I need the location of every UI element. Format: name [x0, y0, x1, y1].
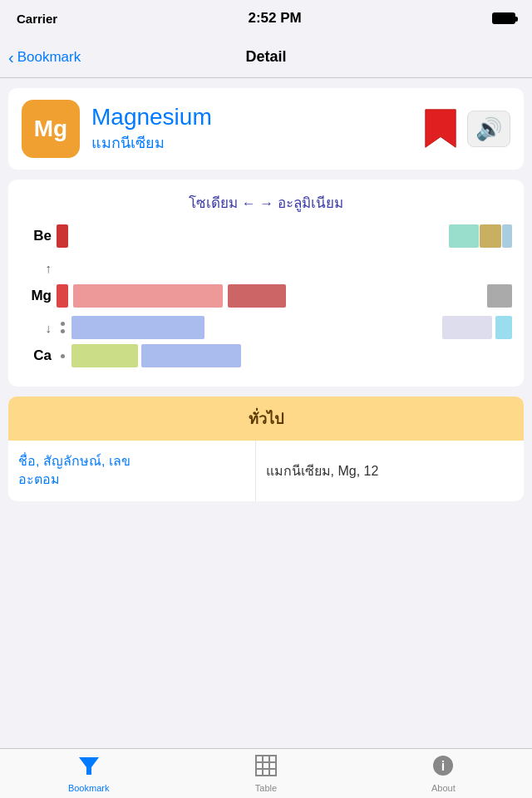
- status-bar: Carrier 2:52 PM: [0, 0, 532, 37]
- info-label-name: ชื่อ, สัญลักษณ์, เลขอะตอม: [8, 441, 256, 501]
- element-name-english: Magnesium: [91, 104, 212, 131]
- bookmark-tab-label: Bookmark: [68, 783, 110, 793]
- element-actions: 🔊: [422, 108, 510, 150]
- battery-icon: [492, 12, 515, 24]
- periodic-section: โซเดียม ← → อะลูมิเนียม Be ↑: [8, 180, 524, 387]
- down-bar-3: [495, 316, 512, 339]
- down-bar-2: [442, 316, 492, 339]
- up-bars: [57, 255, 512, 280]
- mg-label: Mg: [20, 288, 57, 304]
- about-tab-icon: i: [431, 754, 455, 781]
- be-label: Be: [20, 228, 57, 244]
- status-indicators: [492, 12, 515, 24]
- periodic-table-visual: Be ↑ Mg: [17, 224, 515, 375]
- main-content: Mg Magnesium แมกนีเซียม 🔊 โซเดียม ←: [0, 78, 532, 748]
- info-section-header: ทั่วไป: [8, 397, 524, 441]
- down-bar-1: [71, 316, 204, 339]
- bookmark-tab-icon: [77, 754, 101, 781]
- mg-bar-2: [73, 284, 223, 308]
- left-neighbor: โซเดียม: [189, 195, 238, 211]
- neighbor-navigation: โซเดียม ← → อะลูมิเนียม: [17, 191, 515, 214]
- be-bar-right-3: [502, 224, 512, 248]
- element-name-thai: แมกนีเซียม: [91, 131, 212, 155]
- element-badge: Mg: [22, 100, 80, 158]
- bookmark-svg-icon: [422, 108, 459, 150]
- carrier-label: Carrier: [17, 12, 57, 26]
- right-neighbor: อะลูมิเนียม: [278, 195, 343, 211]
- element-card: Mg Magnesium แมกนีเซียม 🔊: [8, 88, 524, 170]
- element-info: Mg Magnesium แมกนีเซียม: [22, 100, 212, 158]
- arrow-down-label: ↓: [20, 321, 57, 335]
- mg-bar-4: [487, 284, 512, 308]
- down-bars: [57, 315, 512, 340]
- info-svg-icon: i: [431, 754, 455, 777]
- info-section: ทั่วไป ชื่อ, สัญลักษณ์, เลขอะตอม แมกนีเซ…: [8, 397, 524, 501]
- ca-bars: [57, 343, 512, 368]
- pt-row-arrow-down: ↓: [20, 315, 512, 340]
- time-label: 2:52 PM: [248, 10, 301, 27]
- left-arrow: ← →: [242, 195, 278, 211]
- ca-bar-2: [141, 344, 241, 367]
- element-symbol: Mg: [34, 116, 67, 142]
- be-bar-1: [57, 224, 68, 248]
- back-chevron-icon: ‹: [8, 49, 14, 66]
- sound-button[interactable]: 🔊: [467, 111, 510, 147]
- tab-table[interactable]: Table: [177, 749, 354, 798]
- be-bar-right-1: [449, 224, 479, 248]
- pt-row-be: Be: [20, 224, 512, 249]
- funnel-svg-icon: [77, 754, 101, 777]
- svg-text:i: i: [441, 759, 445, 773]
- tab-bookmark[interactable]: Bookmark: [0, 749, 177, 798]
- tab-about[interactable]: i About: [355, 749, 532, 798]
- svg-marker-0: [426, 110, 456, 147]
- be-bar-right-2: [480, 224, 501, 248]
- table-svg-icon: [254, 754, 278, 777]
- tab-bar: Bookmark Table i About: [0, 748, 532, 798]
- info-value-name: แมกนีเซียม, Mg, 12: [256, 441, 524, 501]
- info-row-name: ชื่อ, สัญลักษณ์, เลขอะตอม แมกนีเซียม, Mg…: [8, 441, 524, 501]
- mg-bars: [57, 283, 512, 308]
- table-tab-icon: [254, 754, 278, 781]
- svg-rect-2: [256, 756, 276, 776]
- mg-bar-1: [57, 284, 68, 308]
- arrow-up-label: ↑: [20, 261, 57, 275]
- ca-bar-1: [71, 344, 138, 367]
- speaker-icon: 🔊: [475, 116, 502, 142]
- mg-bar-3: [228, 284, 286, 308]
- pt-row-mg: Mg: [20, 283, 512, 308]
- table-tab-label: Table: [255, 783, 277, 793]
- ca-label: Ca: [20, 347, 57, 364]
- bookmark-button[interactable]: [422, 108, 459, 150]
- pt-row-arrow-up: ↑: [20, 255, 512, 280]
- svg-marker-1: [79, 757, 99, 775]
- pt-row-ca: Ca: [20, 343, 512, 368]
- nav-bar: ‹ Bookmark Detail: [0, 37, 532, 78]
- element-names: Magnesium แมกนีเซียม: [91, 104, 212, 155]
- back-button[interactable]: ‹ Bookmark: [8, 49, 81, 66]
- about-tab-label: About: [431, 783, 456, 793]
- back-label: Bookmark: [17, 49, 81, 66]
- be-bars: [57, 224, 512, 249]
- page-title: Detail: [245, 48, 286, 66]
